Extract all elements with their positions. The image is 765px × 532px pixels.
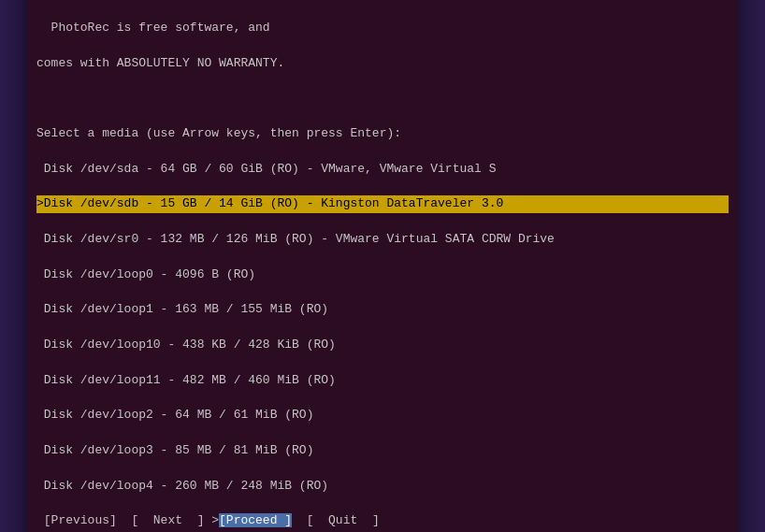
terminal-body: PhotoRec 7.1, Data Recovery Utility, Jul… [27,0,738,532]
line-5: PhotoRec is free software, and [36,20,729,37]
line-6: comes with ABSOLUTELY NO WARRANTY. [36,55,729,73]
line-8: Select a media (use Arrow keys, then pre… [36,125,729,143]
line-7 [36,90,729,108]
line-4 [36,0,729,2]
line-loop4: Disk /dev/loop4 - 260 MB / 248 MiB (RO) [36,478,729,496]
line-loop0: Disk /dev/loop0 - 4096 B (RO) [36,266,729,284]
line-sda: Disk /dev/sda - 64 GB / 60 GiB (RO) - VM… [36,161,729,179]
menu-line[interactable]: [Previous] [ Next ] >[Proceed ] [ Quit ] [36,512,729,530]
line-loop10: Disk /dev/loop10 - 438 KB / 428 KiB (RO) [36,337,729,354]
line-loop2: Disk /dev/loop2 - 64 MB / 61 MiB (RO) [36,407,729,424]
terminal-window: david@david-virtual-machine: ~ [27,0,738,532]
proceed-highlight[interactable]: [Proceed ] [219,513,292,527]
line-sdb-selected[interactable]: >Disk /dev/sdb - 15 GB / 14 GiB (RO) - K… [36,195,729,213]
line-loop3: Disk /dev/loop3 - 85 MB / 81 MiB (RO) [36,442,729,460]
line-sr0: Disk /dev/sr0 - 132 MB / 126 MiB (RO) - … [36,231,729,249]
line-loop11: Disk /dev/loop11 - 482 MB / 460 MiB (RO) [36,372,729,390]
line-loop1: Disk /dev/loop1 - 163 MB / 155 MiB (RO) [36,301,729,319]
